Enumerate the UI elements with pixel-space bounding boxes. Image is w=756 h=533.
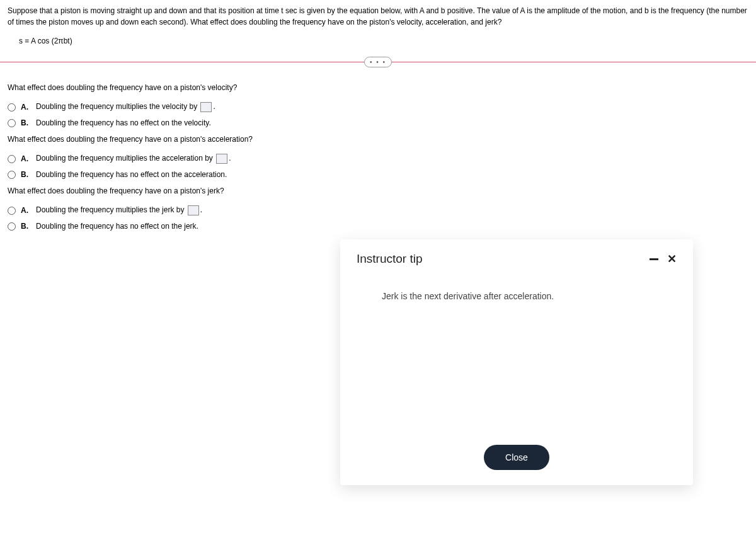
answer-input-box[interactable] xyxy=(216,154,227,164)
option-text: Doubling the frequency multiplies the ve… xyxy=(36,102,215,112)
jerk-option-b[interactable]: B. Doubling the frequency has no effect … xyxy=(0,219,756,234)
acceleration-option-b[interactable]: B. Doubling the frequency has no effect … xyxy=(0,168,756,183)
option-label: A. xyxy=(21,206,28,215)
option-text: Doubling the frequency has no effect on … xyxy=(36,118,211,127)
instructor-tip-modal: Instructor tip ✕ Jerk is the next deriva… xyxy=(340,239,693,485)
option-label: A. xyxy=(21,103,28,112)
expand-pill[interactable]: • • • xyxy=(364,57,392,67)
radio-icon[interactable] xyxy=(8,119,16,127)
question-acceleration: What effect does doubling the frequency … xyxy=(0,131,756,151)
problem-statement: Suppose that a piston is moving straight… xyxy=(0,0,756,30)
option-label: B. xyxy=(21,222,28,231)
acceleration-option-a[interactable]: A. Doubling the frequency multiplies the… xyxy=(0,151,756,168)
radio-icon[interactable] xyxy=(8,155,16,163)
equation: s = A cos (2πbt) xyxy=(0,30,756,57)
close-icon[interactable]: ✕ xyxy=(667,253,677,265)
radio-icon[interactable] xyxy=(8,222,16,231)
option-text: Doubling the frequency has no effect on … xyxy=(36,170,227,179)
jerk-option-a[interactable]: A. Doubling the frequency multiplies the… xyxy=(0,203,756,219)
radio-icon[interactable] xyxy=(8,103,16,112)
answer-input-box[interactable] xyxy=(200,102,212,112)
modal-footer: Close xyxy=(357,438,677,470)
radio-icon[interactable] xyxy=(8,207,16,215)
question-velocity: What effect does doubling the frequency … xyxy=(0,79,756,100)
minimize-icon[interactable] xyxy=(650,258,658,260)
velocity-option-a[interactable]: A. Doubling the frequency multiplies the… xyxy=(0,100,756,116)
option-label: B. xyxy=(21,118,28,127)
option-text: Doubling the frequency has no effect on … xyxy=(36,222,198,231)
section-divider: • • • xyxy=(0,57,756,67)
modal-controls: ✕ xyxy=(650,253,677,265)
option-label: A. xyxy=(21,154,28,163)
close-button[interactable]: Close xyxy=(484,445,549,470)
question-jerk: What effect does doubling the frequency … xyxy=(0,183,756,203)
modal-header: Instructor tip ✕ xyxy=(357,252,677,266)
option-label: B. xyxy=(21,170,28,179)
answer-input-box[interactable] xyxy=(188,205,199,215)
radio-icon[interactable] xyxy=(8,171,16,179)
option-text: Doubling the frequency multiplies the je… xyxy=(36,205,202,215)
modal-title: Instructor tip xyxy=(357,252,423,266)
velocity-option-b[interactable]: B. Doubling the frequency has no effect … xyxy=(0,116,756,131)
option-text: Doubling the frequency multiplies the ac… xyxy=(36,154,231,164)
modal-body: Jerk is the next derivative after accele… xyxy=(357,266,677,438)
